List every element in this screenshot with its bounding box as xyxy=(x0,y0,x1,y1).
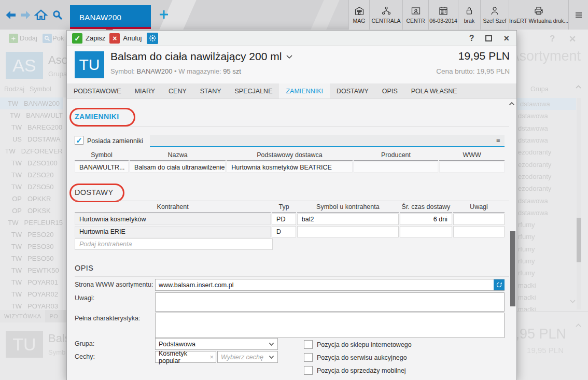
save-label: Zapisz xyxy=(86,34,105,42)
table-cell[interactable] xyxy=(453,226,505,237)
status-item-mag[interactable]: MAG xyxy=(348,0,369,30)
charakterystyka-textarea[interactable] xyxy=(155,313,505,338)
table-cell[interactable] xyxy=(297,226,399,237)
table-cell[interactable]: Hurtownia kosmetyków xyxy=(75,214,271,225)
close-icon[interactable]: × xyxy=(503,34,509,43)
bg-right-panel: ? ✕ Asortyment Grupa dstawowadstawowadst… xyxy=(517,30,588,380)
new-row-placeholder-cell[interactable]: Podaj kontrahenta xyxy=(75,238,273,250)
tab-podstawowe[interactable]: PODSTAWOWE xyxy=(67,83,128,98)
table-row[interactable]: BANAWULTR...Balsam do ciała ultranawilże… xyxy=(75,162,505,173)
back-button[interactable] xyxy=(4,8,18,22)
www-input[interactable] xyxy=(155,279,505,291)
checkbox-pozycja-do-sprzedaży-mobilnej[interactable] xyxy=(304,366,313,375)
tab-stany[interactable]: STANY xyxy=(193,83,228,98)
checkbox-pozycja-do-serwisu-aukcyjnego[interactable] xyxy=(304,353,313,362)
bg-rodzaj-cell: OP xyxy=(0,195,22,203)
table-placeholder-row[interactable]: Podaj kontrahenta xyxy=(75,238,505,250)
table-cell[interactable]: Hurtownia kosmetyków BEATRICE xyxy=(227,162,353,173)
tab-pola-własne[interactable]: POLA WŁASNE xyxy=(404,83,464,98)
lock-icon xyxy=(464,6,474,16)
tab-dostawy[interactable]: DOSTAWY xyxy=(330,83,375,98)
bg-symbol-cell: DZSO50 xyxy=(27,183,54,191)
status-item-brak[interactable]: brak xyxy=(458,0,480,30)
table-cell[interactable] xyxy=(439,162,505,173)
settings-button[interactable] xyxy=(147,33,158,44)
column-header[interactable]: Kontrahent xyxy=(75,203,271,213)
zamiennik-search-input[interactable] xyxy=(150,135,505,147)
product-title[interactable]: Balsam do ciała nawilżający 200 ml xyxy=(110,50,293,63)
modal-toolbar: ✓ Zapisz × Anuluj ? × xyxy=(67,31,516,46)
cecha-tag[interactable]: Kosmetyk popular × xyxy=(155,351,216,363)
table-cell[interactable]: bal2 xyxy=(297,214,399,225)
tab-specjalne[interactable]: SPECJALNE xyxy=(228,83,279,98)
column-header[interactable]: Śr. czas dostawy xyxy=(400,203,452,213)
table-cell[interactable]: 6 dni xyxy=(400,214,452,225)
column-header[interactable]: Producent xyxy=(354,151,438,161)
scroll-up-icon[interactable] xyxy=(508,101,515,106)
bg-symbol-cell: DZSO20 xyxy=(27,171,54,179)
modal-scrollbar-thumb[interactable] xyxy=(510,231,515,306)
column-header[interactable]: Nazwa xyxy=(130,151,226,161)
bg-grupa-row: ezodoranty xyxy=(517,171,576,182)
document-tab[interactable]: BANAW200 xyxy=(70,5,151,29)
bg-grupa-row: dstawowa xyxy=(517,98,576,110)
help-icon[interactable]: ? xyxy=(469,34,474,43)
table-cell[interactable]: BANAWULTR... xyxy=(75,162,129,173)
table-cell[interactable] xyxy=(354,162,438,173)
table-cell[interactable]: PD xyxy=(272,214,296,225)
grupa-select[interactable]: Podstawowa xyxy=(155,338,278,350)
bg-col-rodzaj: Rodzaj xyxy=(4,86,24,93)
search-button[interactable] xyxy=(51,8,64,22)
bg-bottom-tab: PO xyxy=(45,310,62,322)
column-header[interactable]: WWW xyxy=(439,151,505,161)
menu-button[interactable] xyxy=(568,0,588,30)
posiada-zamienniki-checkbox[interactable]: ✓ xyxy=(75,136,83,145)
bg-product-row: TWBAREG200 xyxy=(0,121,63,133)
table-cell[interactable]: Balsam do ciała ultranawilżenie... xyxy=(130,162,226,173)
bg-left-scrollbar xyxy=(63,97,66,311)
bg-product-row: TWPEWTK50 xyxy=(0,264,63,276)
column-header[interactable]: Podstawowy dostawca xyxy=(227,151,353,161)
tab-pointer xyxy=(106,29,113,30)
column-header[interactable]: Typ xyxy=(272,203,296,213)
status-item-centrala[interactable]: CENTRALA xyxy=(369,0,402,30)
forward-button[interactable] xyxy=(19,8,32,22)
column-header[interactable]: Symbol xyxy=(75,151,129,161)
tab-ceny[interactable]: CENY xyxy=(162,83,193,98)
status-item-szef-szef[interactable]: Szef Szef xyxy=(480,0,509,30)
bullet-separator: • xyxy=(174,67,177,75)
table-cell[interactable]: D xyxy=(272,226,296,237)
table-row[interactable]: Hurtownia kosmetykówPDbal26 dni xyxy=(75,214,505,225)
bg-symbol-cell: POYAR02 xyxy=(27,290,58,298)
save-button[interactable]: ✓ Zapisz xyxy=(72,33,105,44)
status-item-insert-wirtualna-druk-[interactable]: InsERT Wirtualna druk... xyxy=(509,0,568,30)
status-item-centr[interactable]: CENTR xyxy=(402,0,428,30)
status-item-06-03-2014[interactable]: 06-03-2014 xyxy=(428,0,458,30)
tab-opis[interactable]: OPIS xyxy=(375,83,404,98)
bg-product-list: TWBANAW200TWBANAWULTTWBAREG200USDOSTAWAT… xyxy=(0,97,63,312)
tab-miary[interactable]: MIARY xyxy=(128,83,162,98)
new-tab-button[interactable] xyxy=(157,8,171,21)
table-cell[interactable] xyxy=(400,226,452,237)
table-header-row: KontrahentTypSymbol u kontrahentaŚr. cza… xyxy=(75,203,505,213)
cecha-select[interactable]: Wybierz cechę xyxy=(217,351,278,363)
table-cell[interactable]: Hurtownia ERIE xyxy=(75,226,271,237)
remove-tag-icon[interactable]: × xyxy=(209,353,214,361)
bg-symbol-cell: DOSTAWA xyxy=(27,135,61,143)
bg-grupa-row: rfumy xyxy=(517,267,576,279)
tab-zamienniki[interactable]: ZAMIENNIKI xyxy=(279,83,330,98)
home-button[interactable] xyxy=(34,8,48,22)
maximize-icon[interactable] xyxy=(485,35,492,41)
cancel-button[interactable]: × Anuluj xyxy=(109,33,142,44)
open-url-button[interactable] xyxy=(494,279,505,290)
column-header[interactable]: Uwagi xyxy=(453,203,505,213)
column-header[interactable]: Symbol u kontrahenta xyxy=(297,203,399,213)
table-row[interactable]: Hurtownia ERIED xyxy=(75,226,505,237)
uwagi-textarea[interactable] xyxy=(155,292,505,312)
www-label: Strona WWW asortymentu: xyxy=(75,281,153,288)
bg-product-row: USDOSTAWA xyxy=(0,133,63,145)
checkbox-pozycja-do-sklepu-internetowego[interactable] xyxy=(304,340,313,349)
list-icon[interactable]: ≡ xyxy=(496,136,500,144)
table-cell[interactable] xyxy=(453,214,505,225)
modal-content: ZAMIENNIKI ✓ Posiada zamienniki ≡ Symbol… xyxy=(67,99,516,380)
